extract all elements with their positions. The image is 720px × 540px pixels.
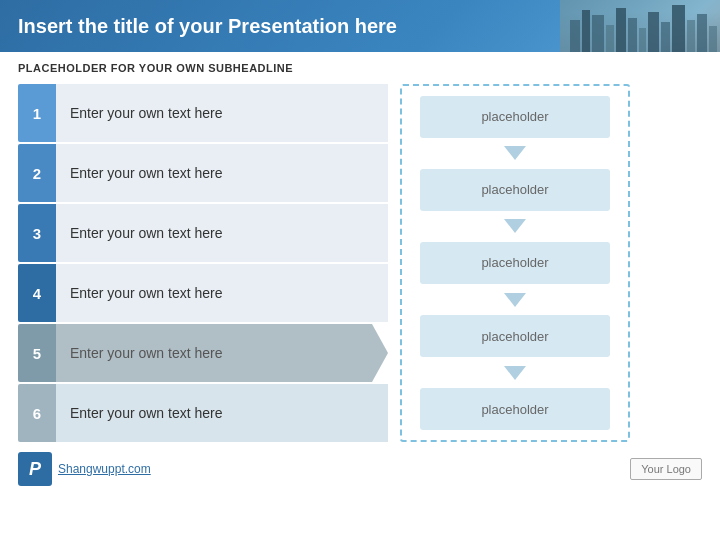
list-item: 6Enter your own text here <box>18 384 388 442</box>
list-item-number: 4 <box>18 264 56 322</box>
svg-rect-3 <box>592 15 604 52</box>
arrow-down-icon <box>504 219 526 233</box>
list-section: 1Enter your own text here2Enter your own… <box>18 84 388 442</box>
your-logo-box: Your Logo <box>630 458 702 480</box>
list-item: 5Enter your own text here <box>18 324 388 382</box>
svg-rect-7 <box>639 28 646 52</box>
arrow-down-icon <box>504 366 526 380</box>
right-placeholders: placeholderplaceholderplaceholderplaceho… <box>400 84 630 442</box>
placeholder-box: placeholder <box>420 96 610 138</box>
svg-rect-9 <box>661 22 670 52</box>
list-item: 4Enter your own text here <box>18 264 388 322</box>
svg-rect-11 <box>687 20 695 52</box>
svg-rect-4 <box>606 25 614 52</box>
svg-rect-5 <box>616 8 626 52</box>
placeholder-box: placeholder <box>420 242 610 284</box>
header-city-image <box>560 0 720 52</box>
list-item: 3Enter your own text here <box>18 204 388 262</box>
list-item-text: Enter your own text here <box>56 264 388 322</box>
placeholder-box: placeholder <box>420 315 610 357</box>
logo-area: P Shangwuppt.com <box>18 452 151 486</box>
list-item: 2Enter your own text here <box>18 144 388 202</box>
svg-rect-6 <box>628 18 637 52</box>
list-item-number: 3 <box>18 204 56 262</box>
placeholder-box: placeholder <box>420 388 610 430</box>
svg-rect-13 <box>709 26 717 52</box>
header-title-area: Insert the title of your Presentation he… <box>0 0 560 52</box>
list-item: 1Enter your own text here <box>18 84 388 142</box>
list-item-number: 2 <box>18 144 56 202</box>
list-item-text: Enter your own text here <box>56 144 388 202</box>
logo-link[interactable]: Shangwuppt.com <box>58 462 151 476</box>
arrow-down-icon <box>504 293 526 307</box>
list-item-number: 5 <box>18 324 56 382</box>
svg-rect-12 <box>697 14 707 52</box>
subheadline: PLACEHOLDER FOR YOUR OWN SUBHEADLINE <box>0 52 720 80</box>
footer: P Shangwuppt.com Your Logo <box>0 446 720 490</box>
svg-rect-8 <box>648 12 659 52</box>
main-content: 1Enter your own text here2Enter your own… <box>0 80 720 442</box>
arrow-down-icon <box>504 146 526 160</box>
list-item-text: Enter your own text here <box>56 324 388 382</box>
header: Insert the title of your Presentation he… <box>0 0 720 52</box>
presentation-title: Insert the title of your Presentation he… <box>18 15 397 38</box>
svg-rect-10 <box>672 5 685 52</box>
list-item-number: 6 <box>18 384 56 442</box>
list-item-text: Enter your own text here <box>56 384 388 442</box>
list-item-text: Enter your own text here <box>56 84 388 142</box>
list-item-number: 1 <box>18 84 56 142</box>
svg-rect-1 <box>570 20 580 52</box>
svg-rect-2 <box>582 10 590 52</box>
logo-icon: P <box>18 452 52 486</box>
list-item-text: Enter your own text here <box>56 204 388 262</box>
placeholder-box: placeholder <box>420 169 610 211</box>
